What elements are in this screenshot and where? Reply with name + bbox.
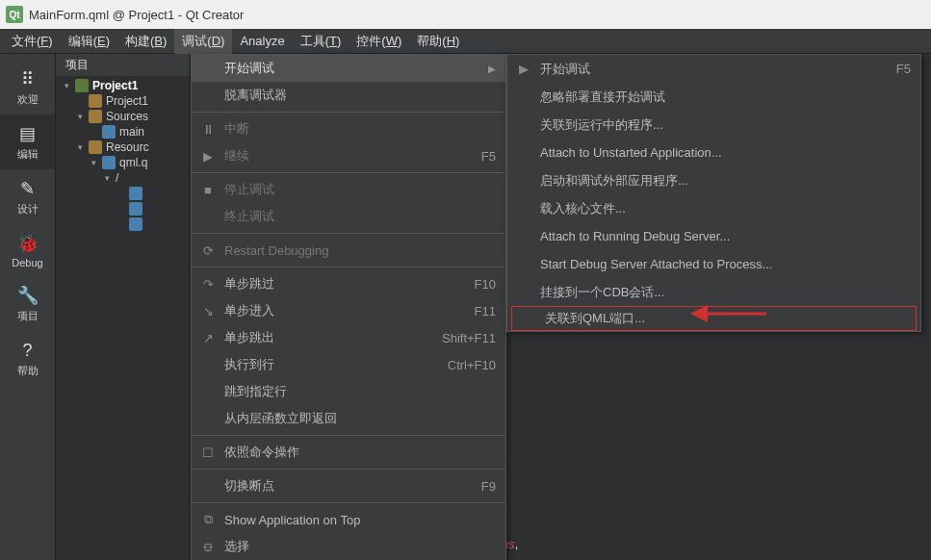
start-debug-submenu: ▶开始调试F5忽略部署直接开始调试关联到运行中的程序...Attach to U… <box>506 54 921 332</box>
tree-row[interactable]: Project1 <box>56 93 190 109</box>
menuitem-脱离调试器[interactable]: 脱离调试器 <box>192 82 505 109</box>
rail-label: 项目 <box>17 309 39 323</box>
menuitem-开始调试[interactable]: 开始调试▶ <box>192 55 505 82</box>
menuitem-label: 选择 <box>224 538 496 555</box>
file-icon <box>129 217 142 231</box>
tree-label: Sources <box>106 110 148 123</box>
rail-项目[interactable]: 🔧项目 <box>0 276 55 331</box>
menuitem-accel: F11 <box>475 304 496 318</box>
menuitem-icon <box>199 356 217 373</box>
tree-row[interactable] <box>56 216 190 232</box>
menuitem-开始调试[interactable]: ▶开始调试F5 <box>507 55 920 83</box>
disclose-icon[interactable]: ▾ <box>62 81 71 90</box>
project-panel: 项目 ▾Project1 Project1▾Sources main▾Resou… <box>56 54 191 560</box>
tree-label: / <box>116 171 118 185</box>
disclose-icon[interactable]: ▾ <box>75 112 85 121</box>
tree-row[interactable] <box>56 186 190 201</box>
rail-帮助[interactable]: ?帮助 <box>0 331 55 386</box>
menuitem-继续: ▶继续F5 <box>192 142 505 169</box>
menuitem-icon <box>199 410 217 427</box>
menuitem-accel: F5 <box>896 62 911 76</box>
file-icon <box>102 156 116 169</box>
menuitem-关联到运行中的程序...[interactable]: 关联到运行中的程序... <box>507 111 920 139</box>
menuitem-label: 单步进入 <box>224 302 438 319</box>
rail-Debug[interactable]: 🐞Debug <box>0 224 55 276</box>
menuitem-停止调试: ■停止调试 <box>192 176 505 203</box>
menuitem-从内层函数立即返回[interactable]: 从内层函数立即返回 <box>192 405 505 432</box>
menuitem-accel: Ctrl+F10 <box>448 358 496 372</box>
menuitem-icon: ↘ <box>199 302 217 319</box>
menuitem-单步进入[interactable]: ↘单步进入F11 <box>192 297 505 324</box>
menuitem-icon: ☐ <box>199 444 217 461</box>
menuitem-accel: F9 <box>481 479 496 494</box>
tree-label: Project1 <box>106 94 148 108</box>
menuitem-label: 停止调试 <box>224 181 496 198</box>
rail-欢迎[interactable]: ⠿欢迎 <box>0 60 55 115</box>
menuitem-icon <box>515 200 532 217</box>
menu-bar: 文件(F)编辑(E)构建(B)调试(D)Analyze工具(T)控件(W)帮助(… <box>0 29 931 54</box>
menuitem-启动和调试外部应用程序...[interactable]: 启动和调试外部应用程序... <box>507 166 920 194</box>
menuitem-单步跳过[interactable]: ↷单步跳过F10 <box>192 270 505 297</box>
menuitem-label: 跳到指定行 <box>224 383 496 400</box>
menu-构建(B)[interactable]: 构建(B) <box>117 29 174 54</box>
rail-icon: 🐞 <box>16 232 39 255</box>
menuitem-icon <box>515 256 532 273</box>
tree-row[interactable]: ▾/ <box>56 170 190 186</box>
tree-row[interactable]: ▾Resourc <box>56 140 190 155</box>
debug-menu-popup: 开始调试▶脱离调试器⏸中断▶继续F5■停止调试终止调试⟳Restart Debu… <box>191 54 506 560</box>
menuitem-Show Application on Top[interactable]: ⧉Show Application on Top <box>192 506 505 533</box>
rail-label: 帮助 <box>17 364 39 378</box>
menuitem-icon <box>515 116 532 134</box>
menuitem-执行到行[interactable]: 执行到行Ctrl+F10 <box>192 351 505 378</box>
file-icon <box>89 140 102 154</box>
menuitem-label: 执行到行 <box>224 356 411 373</box>
menuitem-icon <box>515 89 532 106</box>
submenu-arrow-icon: ▶ <box>488 64 496 74</box>
menuitem-label: 开始调试 <box>224 60 480 77</box>
menuitem-Attach to Running Debug Server...[interactable]: Attach to Running Debug Server... <box>507 222 920 250</box>
rail-编辑[interactable]: ▤编辑 <box>0 115 55 169</box>
tree-label: Project1 <box>92 79 138 92</box>
menu-调试(D)[interactable]: 调试(D) <box>174 29 232 54</box>
menuitem-Attach to Unstarted Application...[interactable]: Attach to Unstarted Application... <box>507 139 920 166</box>
project-tree[interactable]: ▾Project1 Project1▾Sources main▾Resourc▾… <box>56 76 190 232</box>
menuitem-挂接到一个CDB会话...[interactable]: 挂接到一个CDB会话... <box>507 278 920 306</box>
menuitem-终止调试: 终止调试 <box>192 203 505 230</box>
tree-row[interactable]: ▾qml.q <box>56 155 190 170</box>
menuitem-label: Show Application on Top <box>224 513 496 527</box>
rail-设计[interactable]: ✎设计 <box>0 169 55 224</box>
disclose-icon[interactable]: ▾ <box>89 158 98 167</box>
menu-工具(T)[interactable]: 工具(T) <box>293 29 349 54</box>
disclose-icon[interactable]: ▾ <box>75 142 85 152</box>
file-icon <box>89 110 102 123</box>
menuitem-依照命令操作[interactable]: ☐依照命令操作 <box>192 439 505 466</box>
menuitem-载入核心文件...[interactable]: 载入核心文件... <box>507 194 920 222</box>
tree-row[interactable] <box>56 201 190 216</box>
menuitem-选择[interactable]: ⯐选择 <box>192 533 505 560</box>
menuitem-跳到指定行[interactable]: 跳到指定行 <box>192 378 505 405</box>
menuitem-label: 载入核心文件... <box>540 200 911 217</box>
menuitem-单步跳出[interactable]: ↗单步跳出Shift+F11 <box>192 324 505 351</box>
menu-文件(F)[interactable]: 文件(F) <box>4 29 61 54</box>
tree-row[interactable]: main <box>56 124 190 140</box>
title-bar: Qt MainForm.qml @ Project1 - Qt Creator <box>0 0 931 29</box>
menu-控件(W)[interactable]: 控件(W) <box>349 29 409 54</box>
menuitem-icon <box>199 60 217 77</box>
menuitem-label: Attach to Running Debug Server... <box>540 229 911 243</box>
menuitem-Start Debug Server Attached to Process...[interactable]: Start Debug Server Attached to Process..… <box>507 250 920 278</box>
tree-row[interactable]: ▾Sources <box>56 109 190 124</box>
menuitem-icon <box>199 87 217 104</box>
menu-帮助(H)[interactable]: 帮助(H) <box>409 29 467 54</box>
menuitem-icon <box>199 383 217 400</box>
menuitem-accel: F10 <box>475 277 496 292</box>
menuitem-切换断点[interactable]: 切换断点F9 <box>192 472 505 499</box>
menuitem-label: 依照命令操作 <box>224 444 496 461</box>
menuitem-accel: Shift+F11 <box>442 331 496 345</box>
disclose-icon[interactable]: ▾ <box>102 173 112 183</box>
menu-编辑(E)[interactable]: 编辑(E) <box>61 29 117 54</box>
menuitem-关联到QML端口...[interactable]: 关联到QML端口... <box>511 306 917 331</box>
menuitem-忽略部署直接开始调试[interactable]: 忽略部署直接开始调试 <box>507 83 920 111</box>
menu-Analyze[interactable]: Analyze <box>232 30 292 52</box>
tree-row[interactable]: ▾Project1 <box>56 78 190 93</box>
rail-icon: 🔧 <box>16 284 39 307</box>
